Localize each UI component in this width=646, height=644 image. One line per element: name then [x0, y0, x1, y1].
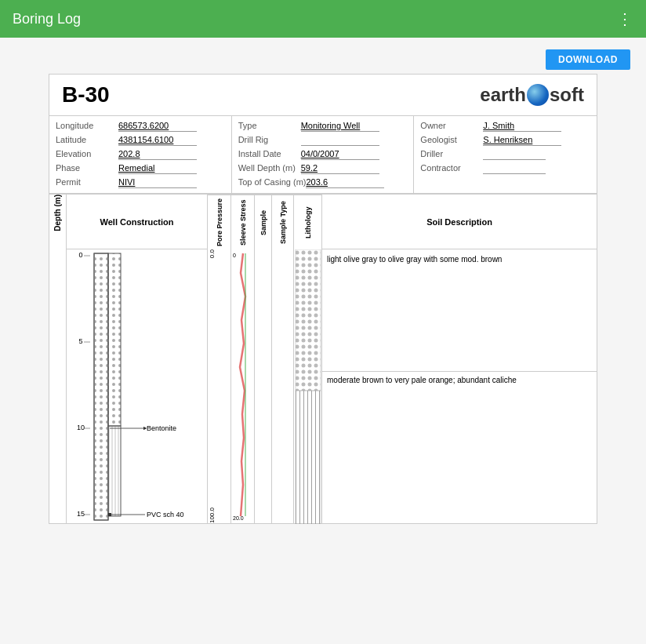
owner-label: Owner [420, 121, 483, 130]
menu-icon[interactable]: ⋮ [617, 9, 633, 28]
chart-section: Depth (m) Well Construction 0 5 10 [49, 194, 597, 523]
soil-desc-1: light olive gray to olive gray with some… [327, 254, 584, 265]
info-col-2: Type Monitoring Well Drill Rig Install D… [232, 116, 415, 193]
download-button[interactable]: DOWNLOAD [546, 49, 630, 70]
sample-type-header: Sample Type [272, 195, 293, 249]
drillrig-value [301, 135, 379, 146]
well-construction-svg: 0 5 10 15 [67, 249, 208, 524]
lithology-svg [294, 249, 322, 524]
divider-1 [322, 371, 597, 372]
pore-pressure-end: 100.0 [209, 508, 216, 523]
svg-text:10: 10 [77, 424, 85, 431]
pore-pressure-start: 0.0 [209, 249, 216, 258]
phase-value: Remedial [118, 163, 197, 174]
logo-soft-text: soft [550, 84, 584, 106]
info-row-topcasing: Top of Casing (m) 203.6 [238, 176, 408, 190]
content-area: DOWNLOAD B-30 earth soft Longitude 68657… [0, 38, 646, 644]
svg-rect-12 [94, 253, 108, 520]
info-row-owner: Owner J. Smith [420, 119, 590, 133]
contractor-value [483, 163, 546, 174]
soil-description-body: light olive gray to olive gray with some… [322, 249, 597, 523]
info-row-driller: Driller [420, 147, 590, 162]
sleeve-stress-svg: 0 20.0 [231, 249, 255, 524]
well-construction-col: Well Construction 0 5 10 15 [67, 195, 208, 523]
geologist-label: Geologist [420, 135, 483, 144]
sleeve-stress-header: Sleeve Stress [231, 195, 254, 249]
svg-text:Bentonite: Bentonite [147, 424, 176, 432]
info-row-type: Type Monitoring Well [238, 119, 408, 133]
info-row-installdate: Install Date 04/0/2007 [238, 147, 408, 162]
svg-rect-24 [296, 249, 321, 391]
info-row-drillrig: Drill Rig [238, 133, 408, 147]
soil-desc-2: moderate brown to very pale orange; abun… [327, 375, 584, 386]
sample-header: Sample [255, 195, 271, 249]
info-row-permit: Permit NIVI [56, 176, 225, 190]
info-grid: Longitude 686573.6200 Latitude 4381154.6… [49, 116, 597, 194]
app-bar-title: Boring Log [13, 11, 81, 27]
latitude-value: 4381154.6100 [118, 135, 197, 146]
depth-column: Depth (m) [49, 195, 67, 523]
phase-label: Phase [56, 163, 118, 173]
topcasing-label: Top of Casing (m) [238, 177, 307, 187]
doc-header: B-30 earth soft [49, 75, 597, 116]
info-col-1: Longitude 686573.6200 Latitude 4381154.6… [49, 116, 232, 193]
bore-id: B-30 [62, 82, 110, 107]
svg-rect-13 [108, 253, 121, 426]
driller-value [483, 149, 546, 160]
info-row-geologist: Geologist S. Henriksen [420, 133, 590, 147]
svg-text:0: 0 [233, 253, 236, 258]
depth-label: Depth (m) [53, 195, 62, 278]
installdate-value: 04/0/2007 [301, 149, 379, 160]
latitude-label: Latitude [56, 135, 118, 144]
svg-rect-25 [296, 391, 321, 524]
logo: earth soft [480, 84, 584, 106]
contractor-label: Contractor [420, 163, 483, 173]
drillrig-label: Drill Rig [238, 135, 301, 144]
sleeve-stress-col: Sleeve Stress 0 20.0 [231, 195, 255, 523]
elevation-label: Elevation [56, 149, 118, 158]
lithology-body [294, 249, 321, 527]
app-bar: Boring Log ⋮ [0, 0, 646, 38]
svg-text:0: 0 [78, 251, 82, 259]
svg-text:PVC sch 40: PVC sch 40 [147, 511, 184, 518]
pore-pressure-col: Pore Pressure 0.0 100.0 [208, 195, 231, 523]
info-row-phase: Phase Remedial [56, 162, 225, 176]
geologist-value: S. Henriksen [483, 135, 561, 146]
topcasing-value: 203.6 [306, 177, 384, 188]
type-value: Monitoring Well [301, 121, 379, 132]
info-row-elevation: Elevation 202.8 [56, 147, 225, 162]
info-row-latitude: Latitude 4381154.6100 [56, 133, 225, 147]
pore-pressure-header: Pore Pressure [208, 195, 230, 249]
svg-text:20.0: 20.0 [233, 515, 244, 521]
sleeve-stress-body: 0 20.0 [231, 249, 254, 526]
svg-text:5: 5 [78, 337, 82, 345]
document: B-30 earth soft Longitude 686573.6200 La… [49, 74, 597, 524]
lithology-header: Lithology [294, 195, 321, 249]
logo-globe-icon [527, 84, 549, 106]
installdate-label: Install Date [238, 149, 301, 158]
info-row-welldepth: Well Depth (m) 59.2 [238, 162, 408, 176]
soil-description-col: Soil Description light olive gray to oli… [322, 195, 597, 523]
welldepth-label: Well Depth (m) [238, 163, 301, 173]
info-row-contractor: Contractor [420, 162, 590, 176]
welldepth-value: 59.2 [301, 163, 379, 174]
info-col-3: Owner J. Smith Geologist S. Henriksen Dr… [414, 116, 597, 193]
longitude-label: Longitude [56, 121, 118, 130]
driller-label: Driller [420, 149, 483, 158]
elevation-value: 202.8 [118, 149, 197, 160]
sample-type-col: Sample Type [272, 195, 294, 523]
lithology-col: Lithology [294, 195, 322, 523]
svg-rect-14 [108, 426, 121, 516]
well-construction-body: 0 5 10 15 [67, 249, 207, 527]
soil-description-header: Soil Description [322, 195, 597, 249]
toolbar: DOWNLOAD [8, 45, 638, 74]
type-label: Type [238, 121, 301, 130]
well-construction-header: Well Construction [67, 195, 207, 249]
svg-text:15: 15 [77, 510, 85, 518]
permit-label: Permit [56, 177, 118, 187]
svg-rect-18 [108, 513, 111, 516]
info-row-longitude: Longitude 686573.6200 [56, 119, 225, 133]
longitude-value: 686573.6200 [118, 121, 197, 132]
pore-pressure-scale: 0.0 100.0 [208, 249, 230, 523]
permit-value: NIVI [118, 177, 197, 188]
